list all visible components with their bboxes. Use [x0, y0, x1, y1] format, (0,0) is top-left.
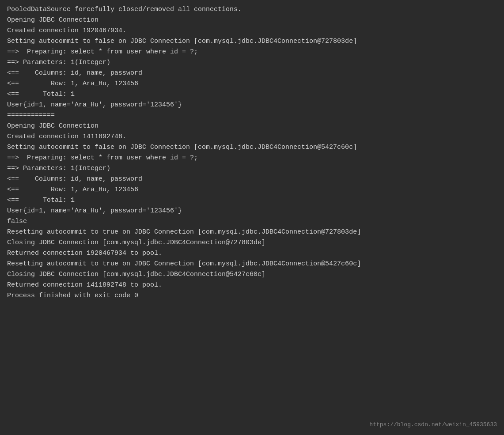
console-line: <== Total: 1: [7, 195, 497, 206]
console-line: Resetting autocommit to true on JDBC Con…: [7, 259, 497, 269]
console-line: Setting autocommit to false on JDBC Conn…: [7, 142, 497, 153]
console-line: Returned connection 1411892748 to pool.: [7, 280, 497, 291]
console-line: Returned connection 1920467934 to pool.: [7, 248, 497, 259]
console-line: ==> Parameters: 1(Integer): [7, 57, 497, 68]
console-line: false: [7, 216, 497, 227]
console-line: <== Row: 1, Ara_Hu, 123456: [7, 185, 497, 195]
console-line: Resetting autocommit to true on JDBC Con…: [7, 227, 497, 238]
console-line: User{id=1, name='Ara_Hu', password='1234…: [7, 100, 497, 110]
console-line: ==> Preparing: select * from user where …: [7, 47, 497, 57]
console-output: PooledDataSource forcefully closed/remov…: [0, 0, 504, 435]
console-line: Created connection 1411892748.: [7, 132, 497, 142]
console-line: Closing JDBC Connection [com.mysql.jdbc.…: [7, 269, 497, 280]
console-line: ==> Preparing: select * from user where …: [7, 153, 497, 163]
console-line: <== Columns: id, name, password: [7, 174, 497, 185]
console-line: Created connection 1920467934.: [7, 26, 497, 36]
footer-url: https://blog.csdn.net/weixin_45935633: [369, 421, 497, 428]
console-line: <== Total: 1: [7, 89, 497, 100]
console-line: ==> Parameters: 1(Integer): [7, 163, 497, 174]
console-line: PooledDataSource forcefully closed/remov…: [7, 4, 497, 15]
console-line: <== Row: 1, Ara_Hu, 123456: [7, 79, 497, 89]
console-line: User{id=1, name='Ara_Hu', password='1234…: [7, 206, 497, 216]
console-line: Process finished with exit code 0: [7, 291, 497, 301]
console-line: Opening JDBC Connection: [7, 121, 497, 132]
console-line: Setting autocommit to false on JDBC Conn…: [7, 36, 497, 47]
console-line: Opening JDBC Connection: [7, 15, 497, 26]
console-line: <== Columns: id, name, password: [7, 68, 497, 79]
console-line: Closing JDBC Connection [com.mysql.jdbc.…: [7, 238, 497, 248]
console-line: ============: [7, 110, 497, 121]
